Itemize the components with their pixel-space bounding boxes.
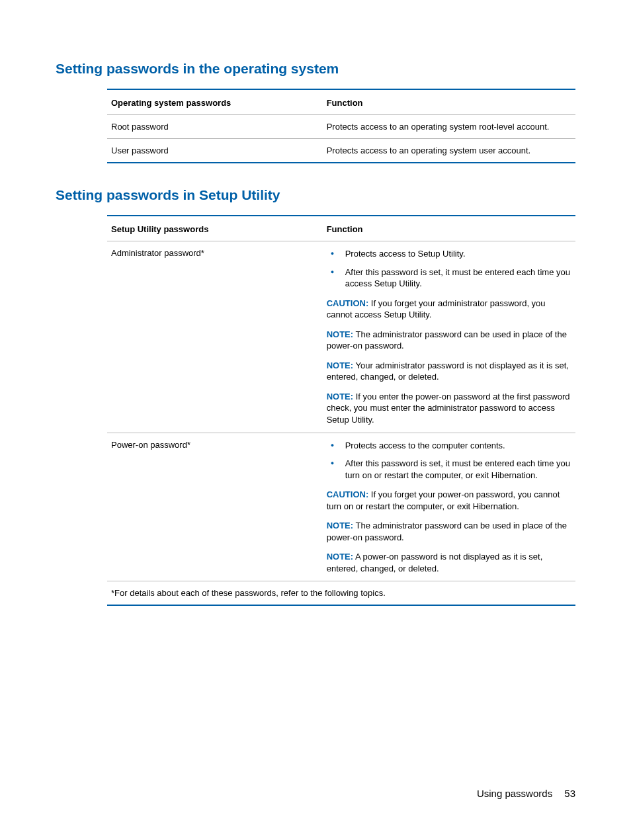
note-block: NOTE: The administrator password can be … bbox=[327, 520, 571, 543]
note-block: NOTE: Your administrator password is not… bbox=[327, 360, 571, 383]
note-text: If you enter the power-on password at th… bbox=[327, 392, 570, 425]
bullet-item: After this password is set, it must be e… bbox=[327, 458, 571, 481]
caution-tag: CAUTION: bbox=[327, 489, 369, 499]
table-footnote: *For details about each of these passwor… bbox=[107, 581, 575, 606]
table-row: Power-on password* Protects access to th… bbox=[107, 433, 575, 581]
cell-function: Protects access to an operating system r… bbox=[323, 115, 575, 139]
footer-label: Using passwords bbox=[477, 788, 552, 799]
note-tag: NOTE: bbox=[327, 329, 353, 339]
note-text: Your administrator password is not displ… bbox=[327, 360, 569, 382]
table-row: Root password Protects access to an oper… bbox=[107, 115, 575, 139]
table-row: User password Protects access to an oper… bbox=[107, 139, 575, 163]
note-block: NOTE: A power-on password is not display… bbox=[327, 551, 571, 574]
cell-function: Protects access to Setup Utility. After … bbox=[323, 241, 575, 433]
page-number: 53 bbox=[564, 788, 575, 799]
note-text: The administrator password can be used i… bbox=[327, 329, 567, 351]
table-row: Administrator password* Protects access … bbox=[107, 241, 575, 433]
table-header: Setup Utility passwords bbox=[107, 216, 323, 241]
cell-function: Protects access to an operating system u… bbox=[323, 139, 575, 163]
note-tag: NOTE: bbox=[327, 360, 353, 370]
heading-setup-utility-passwords: Setting passwords in Setup Utility bbox=[56, 187, 575, 203]
note-tag: NOTE: bbox=[327, 392, 353, 401]
page-footer: Using passwords 53 bbox=[477, 788, 575, 799]
caution-block: CAUTION: If you forget your power-on pas… bbox=[327, 489, 571, 512]
note-tag: NOTE: bbox=[327, 552, 353, 562]
caution-tag: CAUTION: bbox=[327, 298, 369, 308]
table-header: Function bbox=[323, 216, 575, 241]
bullet-item: Protects access to Setup Utility. bbox=[327, 248, 571, 260]
caution-block: CAUTION: If you forget your administrato… bbox=[327, 298, 571, 321]
cell-function: Protects access to the computer contents… bbox=[323, 433, 575, 581]
cell-name: Root password bbox=[107, 115, 323, 139]
table-header: Operating system passwords bbox=[107, 89, 323, 115]
note-text: A power-on password is not displayed as … bbox=[327, 552, 543, 573]
cell-name: Power-on password* bbox=[107, 433, 323, 581]
cell-name: Administrator password* bbox=[107, 241, 323, 433]
note-block: NOTE: If you enter the power-on password… bbox=[327, 391, 571, 426]
bullet-item: Protects access to the computer contents… bbox=[327, 440, 571, 452]
bullet-item: After this password is set, it must be e… bbox=[327, 267, 571, 290]
note-tag: NOTE: bbox=[327, 521, 353, 530]
note-block: NOTE: The administrator password can be … bbox=[327, 329, 571, 352]
table-setup-utility-passwords: Setup Utility passwords Function Adminis… bbox=[107, 215, 575, 606]
cell-name: User password bbox=[107, 139, 323, 163]
heading-os-passwords: Setting passwords in the operating syste… bbox=[56, 61, 575, 77]
note-text: The administrator password can be used i… bbox=[327, 521, 567, 542]
table-os-passwords: Operating system passwords Function Root… bbox=[107, 89, 575, 163]
table-header: Function bbox=[323, 89, 575, 115]
